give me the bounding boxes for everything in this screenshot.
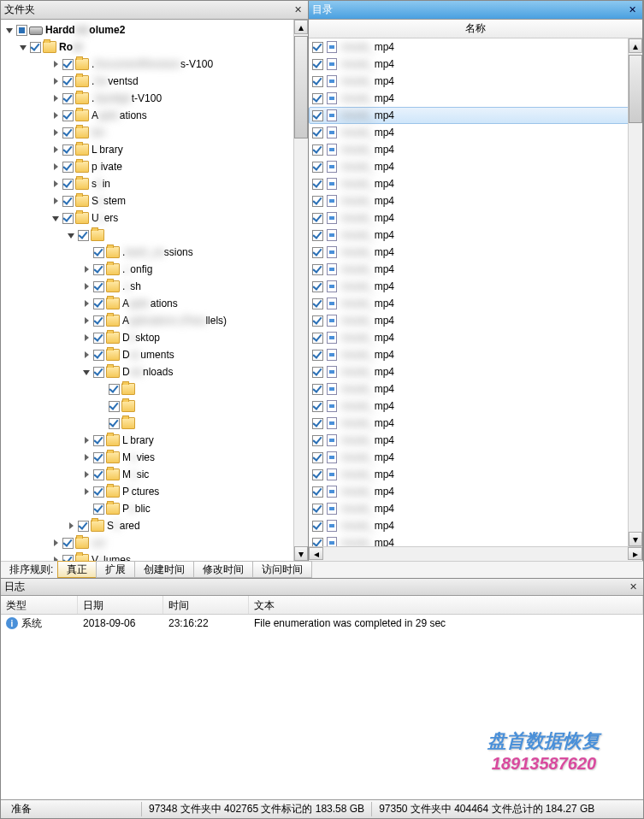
checkbox[interactable]	[312, 538, 323, 547]
expander-icon[interactable]	[50, 162, 61, 172]
tree-item[interactable]	[1, 227, 308, 244]
file-row[interactable]: movie_mp4	[309, 90, 642, 107]
checkbox[interactable]	[93, 435, 104, 446]
file-row[interactable]: movie_mp4	[309, 295, 642, 312]
file-row[interactable]: movie_mp4	[309, 141, 642, 158]
expander-icon[interactable]	[50, 76, 61, 86]
checkbox[interactable]	[109, 401, 120, 412]
file-row[interactable]: movie_mp4	[309, 363, 642, 380]
scroll-down-icon[interactable]: ▾	[294, 546, 308, 561]
sort-button[interactable]: 修改时间	[193, 561, 253, 578]
checkbox[interactable]	[312, 110, 323, 121]
checkbox[interactable]	[93, 315, 104, 327]
checkbox[interactable]	[312, 418, 323, 429]
close-icon[interactable]: ✕	[625, 3, 639, 17]
log-row[interactable]: i系统2018-09-0623:16:22File enumeration wa…	[1, 615, 643, 632]
expander-icon[interactable]	[81, 281, 92, 292]
file-row[interactable]: movie_mp4	[309, 73, 642, 90]
file-row[interactable]: movie_mp4	[309, 415, 642, 432]
tree-item[interactable]: .Spotlight-V100	[1, 90, 308, 107]
expander-icon[interactable]	[50, 93, 61, 103]
checkbox[interactable]	[312, 401, 323, 412]
checkbox[interactable]	[93, 247, 104, 258]
tree-item[interactable]: .config	[1, 261, 308, 278]
file-row[interactable]: movie_mp4	[309, 398, 642, 415]
expander-icon[interactable]	[81, 469, 92, 480]
file-row[interactable]: movie_mp4	[309, 124, 642, 141]
tree-item[interactable]: private	[1, 158, 308, 175]
scroll-left-icon[interactable]: ◂	[309, 547, 323, 560]
expander-icon[interactable]	[18, 42, 28, 52]
tree-item[interactable]: Movies	[1, 449, 308, 466]
checkbox[interactable]	[93, 298, 104, 309]
tree-item[interactable]	[1, 380, 308, 398]
expander-icon[interactable]	[50, 127, 61, 138]
scroll-down-icon[interactable]: ▾	[629, 532, 642, 546]
close-icon[interactable]: ✕	[626, 580, 640, 594]
tree-item[interactable]: System	[1, 192, 308, 209]
file-row[interactable]: movie_mp4	[309, 329, 642, 346]
checkbox[interactable]	[312, 469, 323, 480]
checkbox[interactable]	[312, 486, 323, 498]
file-row[interactable]: movie_mp4	[309, 227, 642, 244]
sort-button[interactable]: 真正	[57, 561, 97, 578]
sort-button[interactable]: 扩展	[96, 561, 135, 578]
checkbox[interactable]	[62, 538, 74, 549]
vertical-scrollbar[interactable]: ▴ ▾	[628, 38, 642, 546]
file-row[interactable]: movie_mp4	[309, 380, 642, 398]
checkbox[interactable]	[62, 196, 74, 207]
log-body[interactable]: i系统2018-09-0623:16:22File enumeration wa…	[1, 615, 643, 799]
file-row[interactable]: movie_mp4	[309, 449, 642, 466]
checkbox[interactable]	[93, 333, 104, 344]
checkbox[interactable]	[30, 42, 41, 53]
tree-item[interactable]: Downloads	[1, 363, 308, 380]
file-row[interactable]: movie_mp4	[309, 192, 642, 209]
log-col-text[interactable]: 文本	[249, 596, 643, 614]
expander-icon[interactable]	[50, 179, 61, 189]
checkbox[interactable]	[312, 93, 323, 104]
file-row[interactable]: movie_mp4	[309, 500, 642, 517]
checkbox[interactable]	[62, 76, 74, 87]
checkbox[interactable]	[109, 384, 120, 395]
checkbox[interactable]	[312, 350, 323, 361]
file-row[interactable]: movie_mp4	[309, 244, 642, 261]
file-row[interactable]: movie_mp4	[309, 56, 642, 73]
checkbox[interactable]	[312, 76, 323, 87]
tree-item[interactable]: Shared	[1, 517, 308, 534]
checkbox[interactable]	[62, 555, 74, 562]
checkbox[interactable]	[312, 247, 323, 258]
log-col-time[interactable]: 时间	[163, 596, 249, 614]
log-col-type[interactable]: 类型	[1, 596, 78, 614]
expander-icon[interactable]	[66, 230, 76, 240]
file-row[interactable]: movie_mp4	[309, 466, 642, 483]
tree-item[interactable]: usr	[1, 534, 308, 551]
expander-icon[interactable]	[66, 521, 76, 531]
checkbox[interactable]	[62, 144, 74, 156]
tree-item[interactable]: .DocumentRevisions-V100	[1, 56, 308, 73]
checkbox[interactable]	[93, 452, 104, 463]
checkbox[interactable]	[312, 435, 323, 446]
expander-icon[interactable]	[81, 452, 92, 463]
checkbox[interactable]	[312, 281, 323, 292]
tree-root[interactable]: Harddiskolume2	[1, 21, 308, 38]
checkbox[interactable]	[312, 315, 323, 327]
checkbox[interactable]	[312, 179, 323, 190]
tree-item[interactable]: bin	[1, 124, 308, 141]
expander-icon[interactable]	[50, 144, 61, 155]
checkbox[interactable]	[62, 59, 74, 70]
checkbox[interactable]	[78, 230, 89, 241]
file-row[interactable]: movie_mp4	[309, 278, 642, 295]
checkbox[interactable]	[312, 384, 323, 395]
expander-icon[interactable]	[50, 110, 61, 121]
expander-icon[interactable]	[81, 333, 92, 343]
checkbox[interactable]	[93, 504, 104, 515]
checkbox[interactable]	[312, 162, 323, 173]
tree-item[interactable]: Pictures	[1, 483, 308, 500]
vertical-scrollbar[interactable]: ▴ ▾	[293, 20, 308, 561]
checkbox[interactable]	[312, 452, 323, 463]
expander-icon[interactable]	[81, 350, 92, 360]
expander-icon[interactable]	[81, 315, 92, 326]
file-row[interactable]: movie_mp4	[309, 534, 642, 546]
checkbox[interactable]	[93, 367, 104, 378]
file-row[interactable]: movie_mp4	[309, 107, 642, 124]
